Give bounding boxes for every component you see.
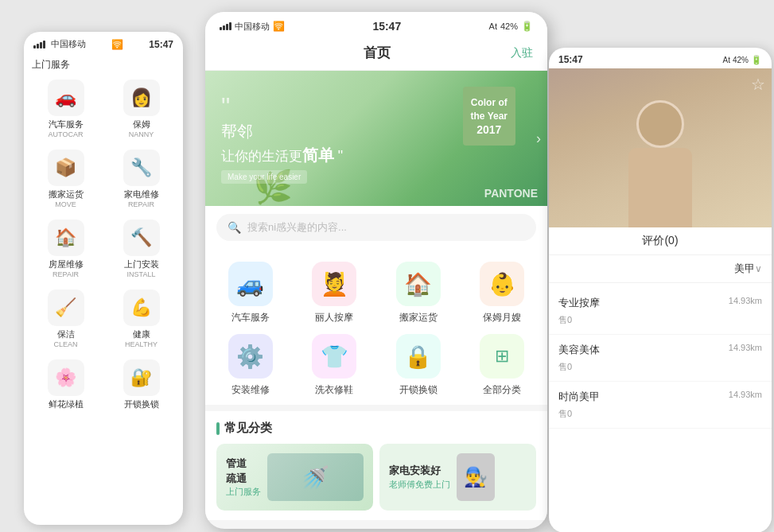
cat-icon-laundry: 👕 bbox=[312, 334, 356, 379]
left-service-icon: 🔐 bbox=[123, 359, 160, 396]
left-service-item[interactable]: 🏠 房屋维修 REPAIR bbox=[29, 215, 103, 283]
service-item-massage[interactable]: 专业按摩 14.93km 售0 bbox=[549, 288, 772, 335]
mid-nav-right[interactable]: 入驻 bbox=[511, 46, 533, 60]
search-placeholder: 搜索ni感兴趣的内容... bbox=[247, 220, 347, 235]
banner-line2: 让你的生活更简单 " bbox=[221, 143, 343, 167]
mid-battery-pct: 42% bbox=[500, 21, 518, 31]
left-service-en: MOVE bbox=[55, 200, 76, 208]
cat-item-all[interactable]: ⊞ 全部分类 bbox=[465, 334, 540, 397]
cat-label-lock: 开锁换锁 bbox=[399, 383, 438, 397]
mid-battery-group: At 42% 🔋 bbox=[489, 21, 533, 32]
right-battery-pct: 42% bbox=[733, 56, 749, 64]
signal-bars-icon bbox=[33, 41, 45, 49]
cat-icon-repair: ⚙️ bbox=[228, 334, 273, 379]
pantone-box: Color ofthe Year 2017 bbox=[463, 87, 515, 146]
left-service-icon: 📦 bbox=[48, 150, 84, 186]
left-service-name: 汽车服务 bbox=[49, 118, 84, 130]
right-person-avatar bbox=[628, 100, 692, 227]
left-signal: 中国移动 bbox=[33, 38, 86, 50]
right-status-bar: 15:47 At 42% 🔋 bbox=[549, 48, 772, 68]
svc-title-manicure: 时尚美甲 bbox=[558, 390, 600, 404]
left-service-en: AUTOCAR bbox=[49, 130, 84, 138]
cat-item-nanny[interactable]: 👶 保姆月嫂 bbox=[465, 262, 540, 324]
review-header: 评价(0) bbox=[549, 227, 772, 255]
left-service-icon: 💪 bbox=[123, 289, 160, 326]
left-service-item[interactable]: 📦 搬家运货 MOVE bbox=[29, 145, 103, 213]
left-service-name: 开锁换锁 bbox=[124, 398, 159, 410]
left-service-name: 房屋维修 bbox=[49, 258, 84, 270]
left-service-icon: 🔨 bbox=[123, 219, 160, 256]
search-bar[interactable]: 🔍 搜索ni感兴趣的内容... bbox=[216, 214, 536, 241]
left-service-icon: 🧹 bbox=[48, 289, 84, 326]
categories-grid: 🚙 汽车服务 💆 丽人按摩 🏠 搬家运货 👶 保姆月嫂 ⚙️ 安装维修 👕 洗衣… bbox=[205, 249, 547, 405]
left-section-title: 上门服务 bbox=[24, 53, 183, 75]
star-icon[interactable]: ☆ bbox=[751, 75, 765, 94]
cat-icon-beauty: 💆 bbox=[312, 262, 356, 306]
left-service-item[interactable]: 🚗 汽车服务 AUTOCAR bbox=[29, 75, 103, 143]
service-item-manicure[interactable]: 时尚美甲 14.93km 售0 bbox=[549, 382, 772, 429]
left-service-en: HEALTHY bbox=[125, 340, 158, 348]
left-service-icon: 🌸 bbox=[48, 359, 84, 396]
pantone-logo: PANTONE bbox=[484, 187, 538, 200]
filter-arrow-icon: ∨ bbox=[755, 263, 762, 274]
left-service-item[interactable]: 🔨 上门安装 INSTALL bbox=[104, 215, 178, 283]
cat-item-car[interactable]: 🚙 汽车服务 bbox=[213, 262, 288, 324]
svc-sold-manicure: 售0 bbox=[558, 409, 572, 418]
left-service-item[interactable]: 💪 健康 HEALTHY bbox=[104, 285, 178, 353]
cat-label-laundry: 洗衣修鞋 bbox=[315, 383, 353, 397]
service-item-row-1: 专业按摩 14.93km bbox=[558, 296, 762, 312]
left-service-icon: 🏠 bbox=[48, 219, 84, 256]
left-service-name: 搬家运货 bbox=[49, 188, 84, 200]
cat-item-beauty[interactable]: 💆 丽人按摩 bbox=[298, 262, 372, 324]
filter-row[interactable]: 美甲 ∨ bbox=[549, 255, 772, 283]
ad-sub-appliance: 老师傅免费上门 bbox=[389, 479, 450, 491]
cat-item-lock[interactable]: 🔒 开锁换锁 bbox=[381, 334, 456, 397]
right-phone: 15:47 At 42% 🔋 ☆ 评价(0) 美甲 ∨ 专业按摩 14.93km… bbox=[549, 48, 772, 532]
banner-line1: 帮邻 bbox=[221, 119, 343, 143]
left-service-item[interactable]: 👩 保姆 NANNY bbox=[104, 75, 178, 143]
cat-label-move: 搬家运货 bbox=[399, 311, 438, 324]
left-service-item[interactable]: 🔧 家电维修 REPAIR bbox=[104, 145, 178, 213]
left-service-en: REPAIR bbox=[128, 200, 154, 208]
svc-distance-massage: 14.93km bbox=[729, 296, 762, 305]
service-item-beauty[interactable]: 美容美体 14.93km 售0 bbox=[549, 335, 772, 382]
cat-label-nanny: 保姆月嫂 bbox=[483, 311, 521, 324]
ad-title-pipe: 管道疏通 bbox=[226, 456, 261, 485]
common-section-header: 常见分类 bbox=[216, 421, 536, 436]
left-service-item[interactable]: 🧹 保洁 CLEAN bbox=[29, 285, 103, 353]
left-service-icon: 🔧 bbox=[123, 150, 160, 186]
banner-nav-arrow-icon[interactable]: › bbox=[536, 130, 541, 147]
green-bar-icon bbox=[216, 422, 220, 435]
banner-quote-left: " bbox=[221, 94, 343, 119]
banner-sub-text: Make your life easier bbox=[221, 170, 307, 184]
left-service-en: CLEAN bbox=[53, 340, 77, 348]
mid-status-bar: 中国移动 🛜 15:47 At 42% 🔋 bbox=[205, 12, 547, 37]
left-service-name: 上门安装 bbox=[124, 258, 159, 270]
left-service-en: REPAIR bbox=[53, 270, 79, 278]
banner-highlight: 简单 bbox=[302, 146, 334, 164]
ad-person-icon: 👨‍🔧 bbox=[457, 453, 495, 501]
left-service-item[interactable]: 🔐 开锁换锁 bbox=[104, 355, 178, 415]
mid-phone: 中国移动 🛜 15:47 At 42% 🔋 首页 入驻 " 帮邻 让你的生活更简… bbox=[205, 12, 547, 529]
left-service-name: 家电维修 bbox=[124, 188, 159, 200]
cat-label-beauty: 丽人按摩 bbox=[315, 311, 353, 324]
left-service-grid: 🚗 汽车服务 AUTOCAR 👩 保姆 NANNY 📦 搬家运货 MOVE 🔧 … bbox=[24, 75, 183, 415]
cat-item-move[interactable]: 🏠 搬家运货 bbox=[381, 262, 456, 324]
cat-item-repair[interactable]: ⚙️ 安装维修 bbox=[213, 334, 288, 397]
cat-icon-nanny: 👶 bbox=[480, 262, 524, 306]
right-battery-icon: 🔋 bbox=[751, 55, 762, 65]
ad-cards-row: 管道疏通 上门服务 🚿 家电安装好 老师傅免费上门 👨‍🔧 bbox=[216, 444, 536, 511]
ad-card-appliance[interactable]: 家电安装好 老师傅免费上门 👨‍🔧 bbox=[379, 444, 536, 511]
left-service-item[interactable]: 🌸 鲜花绿植 bbox=[29, 355, 103, 415]
cat-icon-move: 🏠 bbox=[396, 262, 441, 306]
left-status-bar: 中国移动 🛜 15:47 bbox=[24, 32, 183, 53]
search-section: 🔍 搜索ni感兴趣的内容... bbox=[205, 206, 547, 249]
mid-battery-icon: 🔋 bbox=[521, 21, 533, 32]
cat-item-laundry[interactable]: 👕 洗衣修鞋 bbox=[298, 334, 372, 397]
left-carrier: 中国移动 bbox=[51, 38, 86, 50]
mid-signal-bars-icon bbox=[220, 22, 231, 30]
ad-card-pipe[interactable]: 管道疏通 上门服务 🚿 bbox=[216, 444, 373, 511]
left-phone: 中国移动 🛜 15:47 上门服务 🚗 汽车服务 AUTOCAR 👩 保姆 NA… bbox=[24, 32, 183, 525]
pantone-text: Color ofthe Year bbox=[471, 96, 508, 123]
ad-title-appliance: 家电安装好 bbox=[389, 464, 450, 478]
